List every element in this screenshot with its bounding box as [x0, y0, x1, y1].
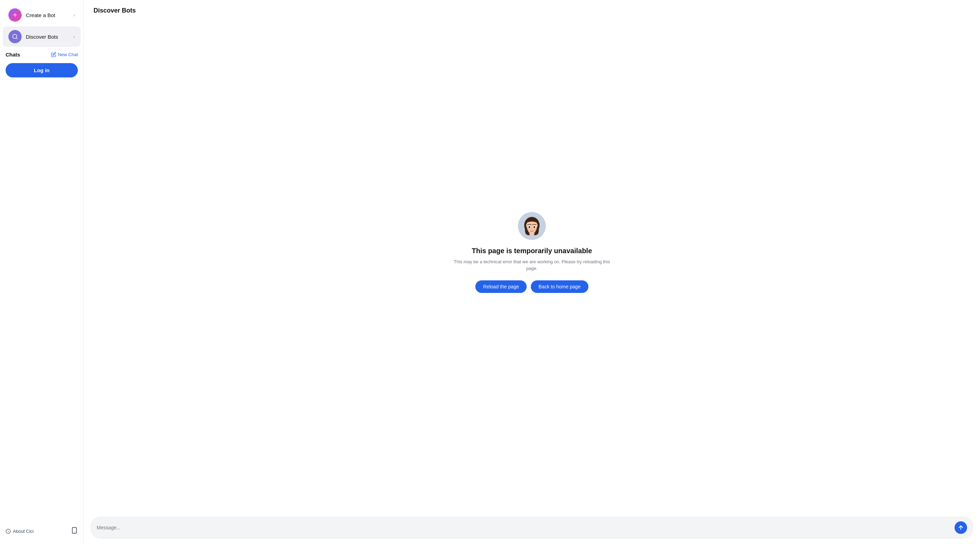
about-link[interactable]: About Cici [6, 529, 33, 534]
create-bot-label: Create a Bot [26, 12, 69, 18]
avatar-svg [518, 212, 546, 240]
svg-line-1 [16, 38, 17, 39]
sidebar-bottom: About Cici [0, 523, 83, 540]
discover-bots-label: Discover Bots [26, 34, 69, 40]
error-title: This page is temporarily unavailable [472, 247, 592, 255]
sidebar-item-discover-bots[interactable]: Discover Bots › [3, 27, 81, 47]
discover-bots-chevron-icon: › [73, 34, 75, 40]
sidebar-item-create-bot[interactable]: + Create a Bot › [3, 5, 81, 25]
message-input-container [91, 517, 973, 538]
phone-icon[interactable] [71, 527, 78, 536]
error-actions: Reload the page Back to home page [475, 281, 588, 293]
new-chat-icon [51, 52, 56, 57]
svg-rect-5 [72, 528, 76, 533]
error-avatar [518, 212, 546, 240]
main-header: Discover Bots [84, 0, 980, 20]
message-input[interactable] [97, 525, 951, 530]
svg-point-19 [531, 228, 533, 230]
create-bot-chevron-icon: › [73, 12, 75, 18]
new-chat-label: New Chat [58, 52, 78, 57]
about-label: About Cici [13, 529, 33, 534]
info-icon [6, 529, 11, 534]
page-title: Discover Bots [94, 7, 970, 14]
send-icon [958, 525, 964, 531]
new-chat-button[interactable]: New Chat [51, 52, 78, 57]
svg-point-18 [535, 226, 535, 226]
message-bar [84, 512, 980, 544]
reload-button[interactable]: Reload the page [475, 281, 527, 293]
error-description: This may be a technical error that we ar… [448, 259, 616, 272]
error-content: This page is temporarily unavailable Thi… [84, 20, 980, 512]
send-button[interactable] [955, 521, 967, 534]
sidebar: + Create a Bot › Discover Bots › Chats N… [0, 0, 84, 544]
chats-section: Chats New Chat [0, 48, 83, 60]
chats-label: Chats [6, 52, 20, 57]
create-bot-icon: + [8, 8, 22, 22]
home-button[interactable]: Back to home page [531, 281, 589, 293]
login-button[interactable]: Log in [6, 63, 78, 78]
svg-point-21 [535, 228, 537, 230]
discover-bots-icon [8, 30, 22, 43]
main-panel: Discover Bots [84, 0, 980, 544]
svg-point-20 [527, 228, 530, 230]
